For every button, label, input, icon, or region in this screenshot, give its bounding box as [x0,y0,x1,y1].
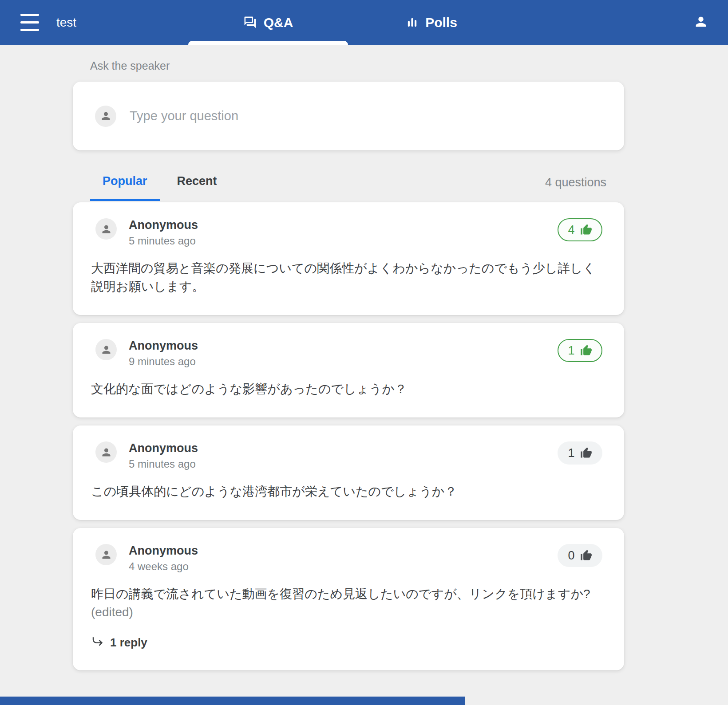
question-card: Anonymous 5 minutes ago 1 この頃具体的にどのような港湾… [73,425,624,520]
tab-qa-label: Q&A [264,15,293,30]
question-text: この頃具体的にどのような港湾都市が栄えていたのでしょうか？ [91,482,602,500]
question-time: 5 minutes ago [129,235,198,247]
like-count: 1 [568,344,574,358]
active-tab-indicator [188,41,348,45]
tab-qa[interactable]: Q&A [186,0,350,45]
user-avatar-icon [95,106,116,127]
question-card: Anonymous 9 minutes ago 1 文化的な面ではどのような影響… [73,323,624,417]
menu-icon[interactable] [20,14,39,31]
edited-label: (edited) [91,603,602,621]
question-time: 5 minutes ago [129,458,198,470]
like-count: 1 [568,446,574,460]
tab-popular[interactable]: Popular [90,164,160,201]
user-avatar-icon [95,441,117,463]
question-author: Anonymous [129,544,198,558]
like-count: 0 [568,549,574,563]
profile-icon[interactable] [693,14,708,31]
reply-arrow-icon [91,634,104,651]
question-input[interactable] [130,109,602,123]
polls-bars-icon [406,16,419,29]
question-author: Anonymous [129,218,198,232]
bottom-bar [0,697,465,705]
filter-row: Popular Recent 4 questions [73,164,624,201]
ask-question-card [73,82,624,150]
qa-page: Ask the speaker Popular Recent 4 questio… [73,45,624,670]
like-button[interactable]: 4 [558,218,602,241]
thumbs-up-icon [580,344,592,357]
question-author: Anonymous [129,339,198,353]
ask-the-speaker-label: Ask the speaker [90,45,624,72]
question-time: 4 weeks ago [129,560,198,573]
like-count: 4 [568,223,574,237]
user-avatar-icon [95,544,117,565]
question-author: Anonymous [129,441,198,455]
like-button[interactable]: 1 [558,339,602,362]
question-text-body: 昨日の講義で流されていた動画を復習のため見返したいのですが、リンクを頂けますか? [91,587,590,601]
user-avatar-icon [95,339,117,360]
thumbs-up-icon [580,447,592,459]
reply-toggle[interactable]: 1 reply [91,634,602,651]
question-count: 4 questions [545,176,624,201]
tab-polls[interactable]: Polls [350,0,513,45]
thumbs-up-icon [580,549,592,562]
question-text: 大西洋間の貿易と音楽の発展についての関係性がよくわからなかったのでもう少し詳しく… [91,259,602,295]
header-tabs: Q&A Polls [186,0,513,45]
tab-polls-label: Polls [425,15,457,30]
thumbs-up-icon [580,224,592,236]
user-avatar-icon [95,218,117,240]
app-header: test Q&A Polls [0,0,728,45]
question-time: 9 minutes ago [129,355,198,368]
reply-count-label: 1 reply [110,636,147,650]
question-card: Anonymous 4 weeks ago 0 昨日の講義で流されていた動画を復… [73,528,624,670]
qa-bubbles-icon [243,16,257,29]
tab-recent[interactable]: Recent [165,164,229,201]
question-text: 文化的な面ではどのような影響があったのでしょうか？ [91,380,602,398]
event-title: test [56,16,76,30]
question-text: 昨日の講義で流されていた動画を復習のため見返したいのですが、リンクを頂けますか?… [91,585,602,621]
question-card: Anonymous 5 minutes ago 4 大西洋間の貿易と音楽の発展に… [73,202,624,315]
like-button[interactable]: 0 [558,544,602,567]
like-button[interactable]: 1 [558,441,602,465]
